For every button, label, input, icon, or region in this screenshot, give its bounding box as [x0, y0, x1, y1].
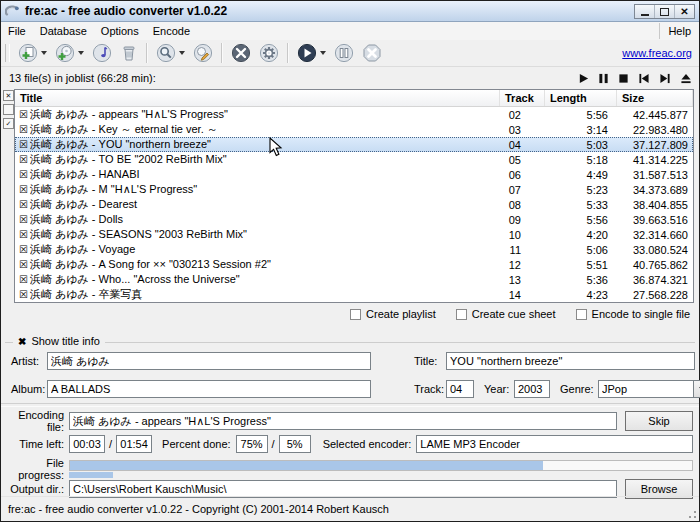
list-rows: ☒浜崎 あゆみ - appears "H∧L'S Progress" 02 5:…	[15, 107, 693, 302]
cddb-query-dropdown-icon[interactable]	[179, 51, 185, 55]
row-checkbox-icon[interactable]: ☒	[19, 124, 28, 135]
joblist-row[interactable]: ☒浜崎 あゆみ - Dearest 08 5:33 38.404.855	[15, 197, 693, 212]
encode-single-file-checkbox[interactable]: Encode to single file	[576, 308, 690, 320]
title-field[interactable]	[446, 352, 695, 370]
maximize-button[interactable]	[655, 5, 675, 18]
start-encoding-button[interactable]	[294, 41, 329, 65]
row-length: 5:33	[545, 199, 617, 211]
row-size: 41.314.225	[617, 154, 693, 166]
add-cd-button[interactable]	[52, 41, 87, 65]
row-track: 12	[500, 259, 545, 271]
year-field[interactable]	[514, 380, 550, 398]
row-checkbox-icon[interactable]: ☒	[19, 244, 28, 255]
transport-pause-button[interactable]	[598, 73, 609, 84]
row-track: 13	[500, 274, 545, 286]
transport-previous-button[interactable]	[638, 73, 650, 84]
remove-entry-button[interactable]	[117, 41, 141, 65]
genre-combobox[interactable]	[598, 380, 700, 398]
joblist-music-button[interactable]	[89, 41, 115, 65]
settings-button[interactable]	[256, 41, 282, 65]
column-header-size[interactable]: Size	[617, 90, 693, 106]
toggle-selection-button[interactable]: ✓	[3, 118, 14, 129]
title-bar[interactable]: fre:ac - free audio converter v1.0.22 ✕	[1, 1, 699, 22]
row-checkbox-icon[interactable]: ☒	[19, 169, 28, 180]
toolbar-grip[interactable]	[5, 44, 10, 62]
row-checkbox-icon[interactable]: ☒	[19, 259, 28, 270]
transport-play-button[interactable]	[578, 73, 589, 84]
genre-field[interactable]	[598, 380, 693, 398]
joblist-row[interactable]: ☒浜崎 あゆみ - Who... "Across the Universe" 1…	[15, 272, 693, 287]
row-checkbox-icon[interactable]: ☒	[19, 109, 28, 120]
joblist-row[interactable]: ☒浜崎 あゆみ - TO BE "2002 ReBirth Mix" 05 5:…	[15, 152, 693, 167]
menu-file[interactable]: File	[1, 23, 33, 39]
row-length: 5:18	[545, 154, 617, 166]
joblist-row[interactable]: ☒浜崎 あゆみ - Key ～ eternal tie ver. ～ 03 3:…	[15, 122, 693, 137]
show-title-info-check-icon[interactable]: ✖	[18, 336, 26, 347]
create-playlist-checkbox[interactable]: Create playlist	[350, 308, 436, 320]
transport-next-button[interactable]	[659, 73, 671, 84]
joblist-row[interactable]: ☒浜崎 あゆみ - M "H∧L'S Progress" 07 5:23 34.…	[15, 182, 693, 197]
genre-dropdown-button[interactable]	[693, 380, 700, 398]
check-all-button[interactable]: ✕	[3, 90, 14, 101]
add-cd-dropdown-icon[interactable]	[78, 51, 84, 55]
menu-help[interactable]: Help	[659, 23, 699, 39]
transport-stop-button[interactable]	[618, 73, 629, 84]
skip-button[interactable]: Skip	[625, 411, 693, 431]
joblist-row[interactable]: ☒浜崎 あゆみ - 卒業写真 14 4:23 27.568.228	[15, 287, 693, 302]
row-checkbox-icon[interactable]: ☒	[19, 199, 28, 210]
artist-field[interactable]	[47, 352, 371, 370]
joblist-row[interactable]: ☒浜崎 あゆみ - YOU "northern breeze" 04 5:03 …	[15, 137, 693, 152]
row-checkbox-icon[interactable]: ☒	[19, 229, 28, 240]
row-size: 33.080.524	[617, 244, 693, 256]
joblist-row[interactable]: ☒浜崎 あゆみ - HANABI 06 4:49 31.587.513	[15, 167, 693, 182]
start-encoding-dropdown-icon[interactable]	[320, 51, 326, 55]
resize-grip-icon[interactable]	[685, 507, 697, 519]
tools-icon	[231, 43, 251, 63]
row-checkbox-icon[interactable]: ☒	[19, 154, 28, 165]
menu-database[interactable]: Database	[33, 23, 94, 39]
create-cue-sheet-checkbox[interactable]: Create cue sheet	[456, 308, 556, 320]
pause-encoding-button[interactable]	[331, 41, 357, 65]
check-none-button[interactable]	[3, 104, 14, 115]
joblist-row[interactable]: ☒浜崎 あゆみ - A Song for ×× "030213 Session …	[15, 257, 693, 272]
stop-encoding-button[interactable]	[359, 41, 385, 65]
menu-encode[interactable]: Encode	[146, 23, 197, 39]
selected-encoder-field[interactable]	[416, 435, 693, 453]
joblist-row[interactable]: ☒浜崎 あゆみ - Dolls 09 5:56 39.663.516	[15, 212, 693, 227]
minimize-button[interactable]	[635, 5, 655, 18]
column-header-length[interactable]: Length	[545, 90, 617, 106]
add-files-dropdown-icon[interactable]	[41, 51, 47, 55]
row-checkbox-icon[interactable]: ☒	[19, 214, 28, 225]
close-button[interactable]: ✕	[675, 5, 694, 18]
row-track: 06	[500, 169, 545, 181]
row-checkbox-icon[interactable]: ☒	[19, 184, 28, 195]
album-field[interactable]	[47, 380, 371, 398]
tools-button[interactable]	[228, 41, 254, 65]
add-files-button[interactable]	[15, 41, 50, 65]
column-header-title[interactable]: Title	[15, 90, 500, 106]
show-title-info-toggle[interactable]: ✖ Show title info	[13, 335, 105, 347]
checkbox-icon[interactable]	[456, 309, 467, 320]
column-header-track[interactable]: Track	[500, 90, 545, 106]
checkbox-icon[interactable]	[576, 309, 587, 320]
track-field[interactable]	[446, 380, 474, 398]
row-length: 4:23	[545, 289, 617, 301]
encoding-file-field[interactable]	[69, 412, 617, 430]
cddb-query-button[interactable]	[153, 41, 188, 65]
joblist-row[interactable]: ☒浜崎 あゆみ - Voyage 11 5:06 33.080.524	[15, 242, 693, 257]
checkbox-icon[interactable]	[350, 309, 361, 320]
transport-eject-button[interactable]	[680, 73, 692, 84]
website-link[interactable]: www.freac.org	[622, 47, 692, 59]
row-checkbox-icon[interactable]: ☒	[19, 289, 28, 300]
gear-icon	[259, 43, 279, 63]
menu-bar: File Database Options Encode Help	[1, 22, 699, 41]
row-checkbox-icon[interactable]: ☒	[19, 274, 28, 285]
row-length: 5:51	[545, 259, 617, 271]
joblist-row[interactable]: ☒浜崎 あゆみ - appears "H∧L'S Progress" 02 5:…	[15, 107, 693, 122]
show-title-info-label: Show title info	[31, 335, 99, 347]
cddb-submit-button[interactable]	[190, 41, 216, 65]
joblist-row[interactable]: ☒浜崎 あゆみ - SEASONS "2003 ReBirth Mix" 10 …	[15, 227, 693, 242]
menu-options[interactable]: Options	[94, 23, 146, 39]
row-size: 34.373.689	[617, 184, 693, 196]
row-checkbox-icon[interactable]: ☒	[19, 139, 28, 150]
